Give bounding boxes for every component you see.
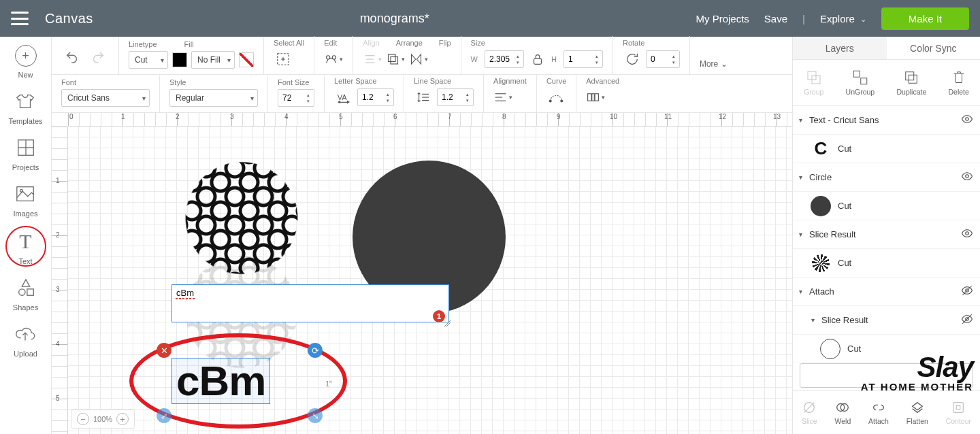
fontsize-input[interactable]: 72▴▾ — [278, 89, 314, 107]
weld-button[interactable]: Weld — [835, 400, 851, 425]
layer-text[interactable]: ▾ Text - Cricut Sans — [793, 106, 980, 135]
width-input[interactable]: 2.305▴▾ — [485, 50, 524, 68]
ruler-h-3: 3 — [230, 113, 234, 120]
attach-button[interactable]: Attach — [868, 400, 889, 425]
flatten-button[interactable]: Flatten — [906, 400, 928, 425]
text-edit-box[interactable]: cBm — [172, 284, 449, 325]
canvas-text-object[interactable]: cBm — [172, 358, 270, 404]
fill-select[interactable]: No Fill — [191, 51, 235, 69]
zoom-out-button[interactable]: − — [77, 413, 89, 425]
no-fill-swatch[interactable] — [239, 52, 254, 67]
blank-canvas-button[interactable] — [800, 363, 973, 388]
more-dropdown[interactable]: More ⌄ — [690, 48, 737, 74]
explore-dropdown[interactable]: Explore ⌄ — [820, 13, 866, 24]
chevron-down-icon[interactable]: ▾ — [797, 116, 804, 124]
delete-button[interactable]: Delete — [949, 69, 969, 96]
ruler-horizontal: 0 1 2 3 4 5 6 7 8 9 10 11 12 13 — [68, 113, 792, 127]
layer-slice1-child[interactable]: Cut — [793, 249, 980, 278]
undo-button[interactable] — [63, 48, 82, 67]
project-title[interactable]: monograms* — [93, 12, 696, 26]
rotate-handle[interactable]: ⟳ — [308, 343, 323, 358]
tool-rail: + New Templates Projects Images T Text S… — [0, 37, 52, 434]
zoom-in-button[interactable]: + — [116, 413, 129, 425]
select-all-button[interactable] — [274, 50, 293, 69]
ruler-h-6: 6 — [393, 113, 397, 120]
layer-attach[interactable]: ▾ Attach — [793, 278, 980, 306]
select-all-group: Select All — [264, 36, 314, 74]
linetype-select[interactable]: Cut — [129, 51, 168, 69]
arrange-button[interactable]: ▾ — [386, 50, 405, 69]
shapes-icon — [16, 278, 36, 299]
curve-button[interactable] — [546, 88, 566, 107]
layer-thumb-c: C — [809, 137, 832, 161]
make-it-button[interactable]: Make It — [881, 7, 969, 30]
tool-upload[interactable]: Upload — [14, 324, 37, 358]
tool-projects[interactable]: Projects — [12, 137, 39, 171]
canvas-text-content[interactable]: cBm — [172, 358, 270, 404]
chevron-down-icon: ⌄ — [860, 15, 866, 24]
ungroup-label: UnGroup — [846, 88, 875, 96]
canvas-grid[interactable]: cBm 1 cBm ✕ ⟳ ⤢ ⤡ 1" — [68, 127, 792, 434]
zoom-control[interactable]: − 100% + — [71, 410, 135, 429]
tool-images[interactable]: Images — [13, 184, 37, 218]
layer-attach-sub1-title: Slice Result — [821, 315, 868, 325]
curve-group: Curve — [537, 74, 576, 112]
menu-hamburger-icon[interactable] — [11, 12, 29, 25]
chevron-down-icon[interactable]: ▾ — [797, 173, 804, 181]
eye-off-icon[interactable] — [961, 313, 973, 327]
ungroup-button[interactable]: UnGroup — [846, 69, 875, 96]
rotate-label: Rotate — [623, 39, 680, 47]
my-projects-link[interactable]: My Projects — [696, 13, 749, 24]
flip-button[interactable]: ▾ — [409, 50, 428, 69]
image-icon — [15, 184, 35, 205]
bottom-left-handle[interactable]: ⤢ — [157, 408, 172, 423]
header-right: My Projects Save | Explore ⌄ Make It — [696, 7, 969, 30]
eye-icon[interactable] — [961, 227, 973, 241]
chevron-down-icon[interactable]: ▾ — [797, 231, 804, 238]
linespace-input[interactable]: 1.2▴▾ — [437, 88, 474, 106]
text-edit-textarea[interactable]: cBm — [172, 284, 449, 322]
font-select[interactable]: Cricut Sans — [61, 89, 150, 107]
tool-text[interactable]: T Text — [18, 230, 32, 265]
style-value: Regular — [176, 93, 204, 103]
eye-icon[interactable] — [961, 170, 973, 184]
layer-attach-sub1-child[interactable]: Cut — [793, 335, 980, 363]
fontsize-group: Font Size 72▴▾ — [268, 76, 325, 112]
eye-off-icon[interactable] — [961, 284, 973, 299]
rotate-input[interactable]: 0▴▾ — [646, 50, 680, 68]
lock-aspect-icon[interactable] — [528, 50, 547, 69]
tab-layers[interactable]: Layers — [793, 37, 887, 59]
chevron-down-icon[interactable]: ▾ — [809, 316, 816, 324]
style-label: Style — [169, 78, 258, 86]
eye-icon[interactable] — [961, 113, 973, 127]
duplicate-button[interactable]: Duplicate — [896, 69, 926, 96]
edit-button[interactable]: ▾ — [324, 50, 343, 69]
layer-circle-cut: Cut — [838, 201, 851, 211]
delete-handle[interactable]: ✕ — [157, 343, 172, 358]
tool-shapes[interactable]: Shapes — [13, 278, 38, 312]
layer-circle-child[interactable]: Cut — [793, 192, 980, 220]
rotate-icon[interactable] — [623, 50, 642, 69]
tool-new[interactable]: + New — [15, 45, 37, 79]
tab-color-sync[interactable]: Color Sync — [887, 37, 981, 59]
tool-shapes-label: Shapes — [13, 303, 38, 312]
layer-slice1[interactable]: ▾ Slice Result — [793, 220, 980, 249]
tool-templates[interactable]: Templates — [8, 91, 42, 125]
layer-circle[interactable]: ▾ Circle — [793, 163, 980, 192]
letterspace-input[interactable]: 1.2▴▾ — [357, 88, 394, 106]
linespace-label: Line Space — [414, 77, 474, 85]
resize-handle[interactable]: ⤡ — [308, 408, 323, 423]
save-link[interactable]: Save — [764, 13, 787, 24]
advanced-button[interactable]: ▾ — [586, 88, 605, 107]
chevron-down-icon[interactable]: ▾ — [797, 288, 804, 295]
layer-slice1-cut: Cut — [838, 258, 851, 268]
layer-attach-sub1[interactable]: ▾ Slice Result — [793, 306, 980, 335]
linetype-color-swatch[interactable] — [172, 52, 187, 67]
layer-text-child[interactable]: C Cut — [793, 135, 980, 163]
alignment-button[interactable]: ▾ — [493, 88, 512, 107]
svg-rect-43 — [534, 59, 541, 64]
style-select[interactable]: Regular — [169, 89, 258, 107]
height-input[interactable]: 1▴▾ — [564, 50, 603, 68]
redo-button[interactable] — [88, 48, 108, 67]
tool-upload-label: Upload — [14, 350, 37, 358]
